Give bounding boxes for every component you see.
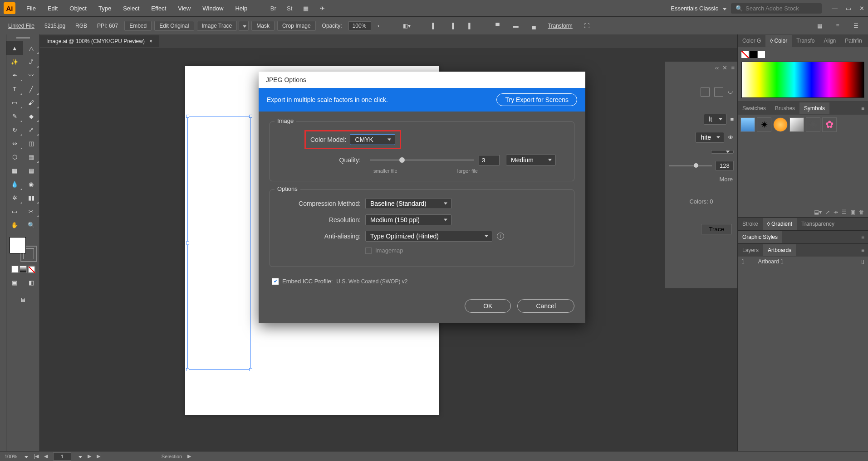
embed-button[interactable]: Embed — [124, 21, 152, 31]
close-icon[interactable]: ✕ — [859, 5, 864, 12]
tab-pathfinder[interactable]: Pathfin — [840, 35, 866, 47]
image-trace-dropdown[interactable] — [239, 21, 249, 31]
tab-brushes[interactable]: Brushes — [770, 102, 799, 114]
arrange-icon[interactable]: ▦ — [300, 2, 312, 14]
menu-object[interactable]: Object — [64, 2, 92, 15]
change-screen-icon[interactable]: 🖥 — [6, 293, 39, 306]
menu-window[interactable]: Window — [197, 2, 229, 15]
width-tool[interactable]: ⇔ — [6, 136, 23, 150]
scale-tool[interactable]: ⤢ — [23, 123, 40, 136]
panel-icon-2[interactable]: ≡ — [832, 20, 843, 32]
hand-tool[interactable]: ✋ — [6, 218, 23, 232]
rectangle-tool[interactable]: ▭ — [6, 96, 23, 109]
stock-icon[interactable]: St — [284, 2, 295, 14]
nav-next-icon[interactable]: ▶ — [88, 453, 91, 459]
screen-mode-tool[interactable]: ▣ — [6, 276, 23, 289]
hidden-slider[interactable] — [669, 165, 712, 166]
try-export-button[interactable]: Try Export for Screens — [496, 93, 577, 106]
trace-button[interactable]: Trace — [701, 224, 732, 234]
tab-transparency[interactable]: Transparency — [797, 218, 839, 230]
symbols-place-icon[interactable]: ↗ — [825, 209, 830, 215]
selection-frame[interactable] — [187, 116, 251, 370]
document-tab[interactable]: Image.ai @ 100% (CMYK/GPU Preview) × — [40, 35, 159, 47]
zoom-tool[interactable]: 🔍 — [23, 218, 40, 232]
more-link[interactable]: More — [665, 174, 737, 184]
align-top-icon[interactable]: ▀ — [492, 20, 504, 32]
hidden-select-3[interactable] — [711, 150, 734, 154]
mask-button[interactable]: Mask — [251, 21, 275, 31]
line-tool[interactable]: ╱ — [23, 82, 40, 96]
document-tab-close-icon[interactable]: × — [149, 38, 152, 44]
align-middle-icon[interactable]: ▬ — [510, 20, 522, 32]
menu-select[interactable]: Select — [118, 2, 145, 15]
color-model-select[interactable]: CMYK — [350, 134, 395, 145]
nav-first-icon[interactable]: |◀ — [34, 453, 39, 459]
crop-button[interactable]: Crop Image — [277, 21, 316, 31]
direct-selection-tool[interactable]: △ — [23, 41, 40, 55]
panel-menu-icon[interactable]: ≡ — [731, 64, 735, 71]
symbols-break-icon[interactable]: ⇸ — [834, 209, 838, 215]
tab-color[interactable]: ◊ Color — [765, 35, 792, 47]
quality-slider[interactable] — [370, 160, 474, 160]
panel-icon-3[interactable]: ☰ — [850, 20, 862, 32]
symbol-5[interactable]: ✺ — [806, 117, 820, 132]
bridge-icon[interactable]: Br — [267, 2, 279, 14]
eraser-tool[interactable]: ◆ — [23, 109, 40, 123]
eye-icon[interactable]: 👁 — [728, 134, 734, 141]
zoom-level[interactable]: 100% — [5, 454, 17, 459]
workspace-selector[interactable]: Essentials Classic — [667, 3, 730, 14]
tab-color-guide[interactable]: Color G — [738, 35, 765, 47]
artboard-nav-input[interactable]: 1 — [53, 452, 71, 461]
edit-original-button[interactable]: Edit Original — [154, 21, 194, 31]
gpu-icon[interactable]: ✈ — [316, 2, 328, 14]
image-trace-button[interactable]: Image Trace — [197, 21, 237, 31]
draw-mode-tool[interactable]: ◧ — [23, 276, 40, 289]
embed-icc-checkbox[interactable]: ✔ — [272, 278, 279, 285]
menu-help[interactable]: Help — [230, 2, 253, 15]
menu-type[interactable]: Type — [93, 2, 117, 15]
search-stock-input[interactable]: 🔍 Search Adobe Stock — [731, 3, 822, 14]
color-spectrum[interactable] — [741, 62, 864, 98]
type-tool[interactable]: T — [6, 82, 23, 96]
symbol-4[interactable] — [790, 117, 804, 132]
quality-input[interactable] — [479, 155, 500, 165]
panel-close-icon[interactable]: ✕ — [722, 64, 727, 71]
panel-icon-1[interactable]: ▦ — [814, 20, 825, 32]
graph-tool[interactable]: ▮▮ — [23, 191, 40, 204]
panel-collapse-icon[interactable]: ‹‹ — [715, 64, 719, 71]
resolution-select[interactable]: Medium (150 ppi) — [365, 214, 451, 225]
tab-transform[interactable]: Transfo — [792, 35, 819, 47]
pen-tool[interactable]: ✒ — [6, 68, 23, 82]
color-mode-swatches[interactable] — [11, 266, 35, 273]
isolate-icon[interactable]: ⛶ — [581, 20, 593, 32]
align-center-icon[interactable]: ▐ — [446, 20, 458, 32]
shape-builder-tool[interactable]: ⬡ — [6, 150, 23, 164]
menu-edit[interactable]: Edit — [42, 2, 63, 15]
panel-menu-symbols-icon[interactable]: ≡ — [858, 105, 868, 112]
symbol-sprayer-tool[interactable]: ✲ — [6, 191, 23, 204]
eyedropper-tool[interactable]: 💧 — [6, 177, 23, 191]
minimize-icon[interactable]: — — [832, 5, 838, 12]
menu-file[interactable]: File — [21, 2, 41, 15]
panel-menu-artboards-icon[interactable]: ≡ — [858, 247, 868, 253]
curvature-tool[interactable]: 〰 — [23, 68, 40, 82]
cancel-button[interactable]: Cancel — [517, 299, 574, 313]
align-right-icon[interactable]: ▌ — [465, 20, 476, 32]
rotate-tool[interactable]: ↻ — [6, 123, 23, 136]
hidden-slider-value[interactable]: 128 — [716, 161, 734, 170]
selection-tool[interactable]: ▲ — [6, 41, 23, 55]
magic-wand-tool[interactable]: ✨ — [6, 55, 23, 68]
hidden-icon-1[interactable] — [701, 87, 710, 97]
menu-view[interactable]: View — [172, 2, 196, 15]
symbols-delete-icon[interactable]: 🗑 — [859, 209, 864, 215]
info-icon[interactable]: i — [497, 233, 504, 240]
hidden-select-2[interactable]: hite — [696, 132, 724, 143]
opacity-more-icon[interactable]: › — [374, 23, 383, 29]
hidden-select-1[interactable]: lt — [704, 114, 726, 125]
symbol-6[interactable]: ✿ — [822, 117, 837, 132]
menu-effect[interactable]: Effect — [146, 2, 172, 15]
symbol-1[interactable] — [740, 117, 755, 132]
free-transform-tool[interactable]: ◫ — [23, 136, 40, 150]
blend-tool[interactable]: ◉ — [23, 177, 40, 191]
panel-menu-icon-2[interactable]: ≡ — [730, 116, 734, 123]
